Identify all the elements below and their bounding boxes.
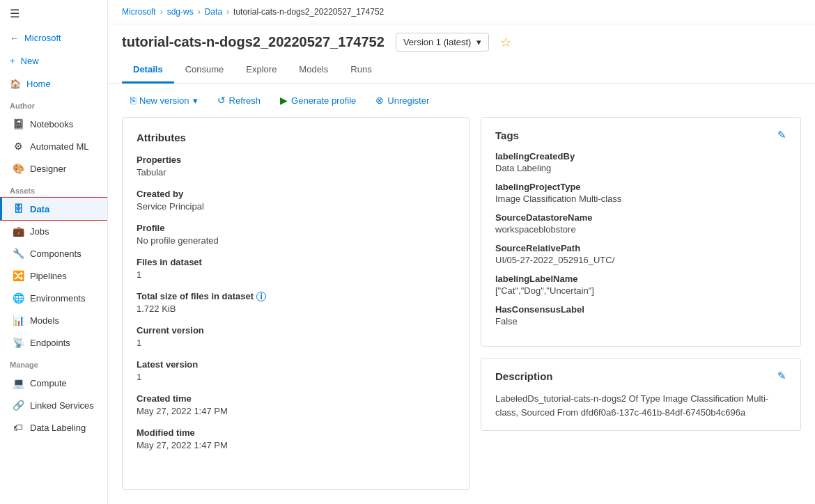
new-version-button[interactable]: ⎘ New version ▾ <box>122 90 206 110</box>
new-label: New <box>21 56 39 66</box>
content-area: Attributes Properties Tabular Created by… <box>108 117 815 504</box>
tag-row-5: HasConsensusLabel False <box>495 304 786 326</box>
tag-row-4: labelingLabelName ["Cat","Dog","Uncertai… <box>495 274 786 296</box>
new-button[interactable]: + New <box>0 49 107 73</box>
jobs-icon: 💼 <box>12 226 24 237</box>
hamburger-button[interactable]: ☰ <box>0 0 107 27</box>
pipelines-label: Pipelines <box>30 271 67 281</box>
attr-current-version-label: Current version <box>137 325 455 336</box>
attr-total-size: Total size of files in dataset i 1.722 K… <box>137 291 455 314</box>
breadcrumb-sdg-ws[interactable]: sdg-ws <box>167 7 194 17</box>
sidebar-item-designer[interactable]: 🎨 Designer <box>0 157 107 180</box>
home-label: Home <box>26 79 51 89</box>
breadcrumb-current: tutorial-cats-n-dogs2_20220527_174752 <box>233 7 384 17</box>
description-edit-icon[interactable]: ✎ <box>777 370 786 382</box>
tab-runs[interactable]: Runs <box>339 57 382 84</box>
data-labeling-icon: 🏷 <box>12 422 24 433</box>
tag-row-1: labelingProjectType Image Classification… <box>495 182 786 204</box>
pipelines-icon: 🔀 <box>12 270 24 281</box>
breadcrumb-sep-2: › <box>198 7 201 17</box>
sidebar-item-data-labeling[interactable]: 🏷 Data Labeling <box>0 416 107 439</box>
sidebar-item-jobs[interactable]: 💼 Jobs <box>0 220 107 242</box>
compute-icon: 💻 <box>12 377 24 388</box>
tab-details[interactable]: Details <box>122 57 174 84</box>
sidebar-item-pipelines[interactable]: 🔀 Pipelines <box>0 265 107 287</box>
favorite-star-icon[interactable]: ☆ <box>500 35 511 50</box>
attr-created-time-label: Created time <box>137 393 455 404</box>
generate-profile-button[interactable]: ▶ Generate profile <box>272 90 364 110</box>
tag-val-5: False <box>495 316 786 326</box>
attributes-panel: Attributes Properties Tabular Created by… <box>122 117 469 490</box>
chevron-down-icon: ▾ <box>476 37 481 47</box>
info-icon: i <box>256 292 266 301</box>
attr-total-size-label: Total size of files in dataset i <box>137 291 455 301</box>
data-label: Data <box>30 204 49 214</box>
sidebar-item-compute[interactable]: 💻 Compute <box>0 372 107 394</box>
tag-key-5: HasConsensusLabel <box>495 304 786 315</box>
attr-created-by: Created by Service Principal <box>137 189 455 212</box>
tags-panel: Tags ✎ labelingCreatedBy Data Labeling l… <box>481 117 801 347</box>
attr-properties-label: Properties <box>137 155 455 165</box>
tab-models[interactable]: Models <box>288 57 339 84</box>
tag-val-1: Image Classification Multi-class <box>495 194 786 204</box>
manage-section-label: Manage <box>0 354 107 372</box>
sidebar-item-data[interactable]: 🗄 Data <box>0 198 107 220</box>
new-version-chevron: ▾ <box>193 95 198 106</box>
generate-icon: ▶ <box>280 95 288 106</box>
tabs-bar: Details Consume Explore Models Runs <box>108 57 815 84</box>
description-title: Description <box>495 370 553 382</box>
designer-label: Designer <box>30 164 66 174</box>
attr-modified-time-label: Modified time <box>137 427 455 438</box>
attr-files: Files in dataset 1 <box>137 257 455 280</box>
unregister-button[interactable]: ⊗ Unregister <box>367 90 437 110</box>
sidebar-microsoft[interactable]: ← Microsoft <box>0 27 107 49</box>
tag-key-1: labelingProjectType <box>495 182 786 192</box>
back-icon: ← <box>10 33 19 43</box>
version-dropdown[interactable]: Version 1 (latest) ▾ <box>396 33 490 52</box>
new-version-label: New version <box>139 95 189 106</box>
attr-properties: Properties Tabular <box>137 155 455 178</box>
tab-consume[interactable]: Consume <box>174 57 235 84</box>
attr-files-label: Files in dataset <box>137 257 455 267</box>
breadcrumb-microsoft[interactable]: Microsoft <box>122 7 156 17</box>
notebooks-label: Notebooks <box>30 119 73 129</box>
attributes-title: Attributes <box>137 132 455 143</box>
data-labeling-label: Data Labeling <box>30 423 86 433</box>
linked-services-icon: 🔗 <box>12 400 24 411</box>
tab-explore[interactable]: Explore <box>235 57 288 84</box>
attr-latest-version: Latest version 1 <box>137 359 455 382</box>
attr-current-version-value: 1 <box>137 338 455 348</box>
attr-created-time-value: May 27, 2022 1:47 PM <box>137 406 455 416</box>
sidebar-item-endpoints[interactable]: 📡 Endpoints <box>0 331 107 354</box>
tags-edit-icon[interactable]: ✎ <box>777 129 786 141</box>
refresh-icon: ↺ <box>217 95 226 106</box>
tag-val-0: Data Labeling <box>495 163 786 173</box>
attr-created-by-value: Service Principal <box>137 201 455 212</box>
breadcrumb-data[interactable]: Data <box>205 7 222 17</box>
sidebar-item-environments[interactable]: 🌐 Environments <box>0 287 107 309</box>
jobs-label: Jobs <box>30 226 49 237</box>
sidebar-item-automated-ml[interactable]: ⚙ Automated ML <box>0 135 107 157</box>
refresh-button[interactable]: ↺ Refresh <box>209 90 270 110</box>
sidebar-item-notebooks[interactable]: 📓 Notebooks <box>0 113 107 135</box>
attr-total-size-value: 1.722 KiB <box>137 304 455 314</box>
description-panel: Description ✎ LabeledDs_tutorial-cats-n-… <box>481 358 801 431</box>
environments-label: Environments <box>30 293 85 304</box>
home-icon: 🏠 <box>10 79 21 89</box>
page-title: tutorial-cats-n-dogs2_20220527_174752 <box>122 34 385 50</box>
sidebar-item-home[interactable]: 🏠 Home <box>0 73 107 95</box>
sidebar-item-linked-services[interactable]: 🔗 Linked Services <box>0 394 107 416</box>
automated-ml-icon: ⚙ <box>12 141 24 152</box>
sidebar-item-models[interactable]: 📊 Models <box>0 309 107 331</box>
page-header: tutorial-cats-n-dogs2_20220527_174752 Ve… <box>108 24 815 52</box>
models-label: Models <box>30 315 59 326</box>
attr-current-version: Current version 1 <box>137 325 455 348</box>
components-icon: 🔧 <box>12 248 24 259</box>
description-panel-header: Description ✎ <box>495 370 786 382</box>
plus-icon: + <box>10 56 15 66</box>
tag-key-3: SourceRelativePath <box>495 243 786 253</box>
attr-profile: Profile No profile generated <box>137 223 455 246</box>
tag-row-0: labelingCreatedBy Data Labeling <box>495 151 786 173</box>
tag-key-0: labelingCreatedBy <box>495 151 786 162</box>
sidebar-item-components[interactable]: 🔧 Components <box>0 242 107 265</box>
